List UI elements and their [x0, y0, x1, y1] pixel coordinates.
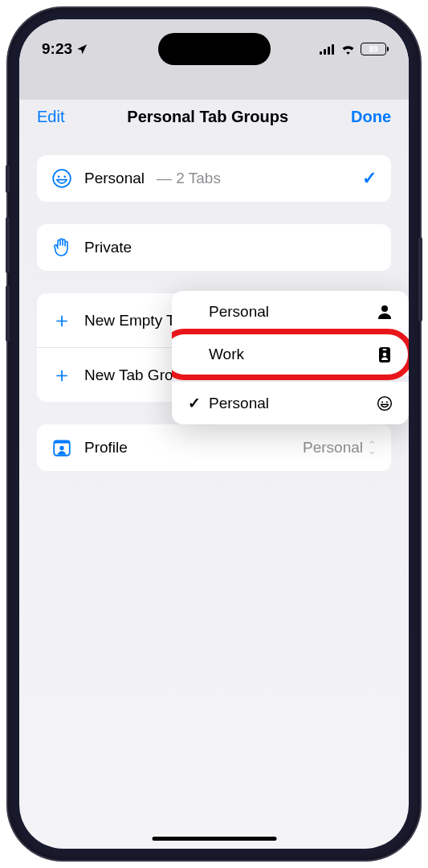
edit-button[interactable]: Edit [37, 108, 64, 126]
svg-rect-0 [320, 51, 322, 55]
svg-point-9 [59, 446, 63, 450]
svg-rect-12 [383, 349, 387, 350]
svg-point-16 [386, 401, 388, 403]
tab-group-suffix: — 2 Tabs [157, 170, 221, 187]
popup-label: Work [209, 346, 377, 363]
popup-label: Personal [209, 395, 377, 412]
svg-point-14 [378, 396, 392, 410]
profile-popup: Personal Work ✓ [172, 291, 409, 424]
side-button [6, 285, 10, 342]
status-subbar [19, 68, 409, 100]
signal-icon [320, 44, 336, 55]
badge-icon [377, 347, 393, 362]
profile-row: Profile Personal ⌃⌄ [37, 424, 391, 471]
check-icon: ✓ [188, 394, 209, 412]
battery-icon: 89 [361, 43, 386, 55]
svg-rect-3 [332, 44, 334, 55]
tab-group-personal-row: Personal — 2 Tabs ✓ [37, 155, 391, 202]
svg-rect-8 [54, 440, 70, 443]
profile-value: Personal [303, 439, 363, 457]
private-row: Private [37, 224, 391, 271]
check-icon: ✓ [362, 168, 377, 189]
svg-point-13 [383, 352, 387, 356]
home-indicator[interactable] [152, 837, 276, 841]
smile-icon [377, 395, 393, 411]
profile-label: Profile [84, 439, 128, 457]
popup-item-work[interactable]: Work [172, 333, 409, 375]
page-title: Personal Tab Groups [127, 108, 288, 126]
device-frame: 9:23 [8, 8, 420, 860]
svg-point-5 [58, 176, 60, 178]
plus-icon: ＋ [51, 306, 72, 334]
side-button [6, 165, 10, 193]
status-left: 9:23 [42, 40, 88, 58]
plus-icon: ＋ [51, 361, 72, 389]
svg-point-6 [63, 176, 66, 178]
popup-item-personal-selected[interactable]: ✓ Personal [172, 375, 409, 424]
svg-point-4 [53, 170, 71, 187]
side-button [6, 217, 10, 273]
smile-icon [51, 168, 72, 189]
side-button [418, 237, 422, 321]
person-icon [377, 305, 393, 319]
nav-bar: Edit Personal Tab Groups Done [19, 100, 409, 139]
svg-rect-1 [324, 49, 326, 55]
svg-point-15 [381, 401, 383, 403]
svg-point-10 [381, 305, 388, 312]
svg-rect-2 [328, 47, 330, 55]
tab-group-item[interactable]: Personal — 2 Tabs ✓ [37, 155, 391, 202]
profile-value-wrap: Personal ⌃⌄ [303, 439, 377, 457]
popup-item-personal[interactable]: Personal [172, 291, 409, 333]
status-time: 9:23 [42, 40, 72, 58]
battery-level: 89 [369, 45, 377, 54]
popup-label: Personal [209, 303, 377, 321]
location-icon [76, 43, 88, 55]
private-label: Private [84, 239, 132, 256]
done-button[interactable]: Done [351, 108, 391, 126]
tab-group-label: Personal [84, 170, 145, 187]
profile-icon [51, 437, 72, 458]
profile-item[interactable]: Profile Personal ⌃⌄ [37, 424, 391, 471]
hand-icon [51, 237, 72, 258]
status-right: 89 [320, 43, 386, 55]
screen: 9:23 [19, 19, 409, 849]
wifi-icon [340, 43, 356, 55]
private-item[interactable]: Private [37, 224, 391, 271]
chevron-updown-icon: ⌃⌄ [368, 442, 377, 453]
dynamic-island [158, 33, 271, 65]
